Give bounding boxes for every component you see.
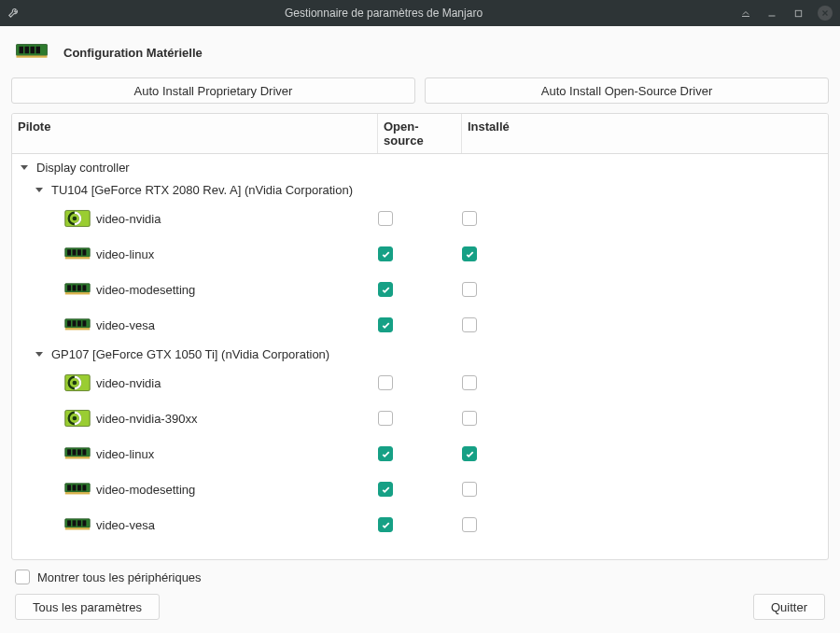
checkbox[interactable] bbox=[378, 375, 393, 390]
svg-rect-50 bbox=[82, 520, 86, 526]
tree-controller-row[interactable]: Display controller bbox=[12, 156, 828, 178]
table-header: Pilote Open-source Installé bbox=[12, 114, 828, 154]
column-header-installed[interactable]: Installé bbox=[462, 114, 828, 153]
all-settings-label: Tous les paramètres bbox=[33, 600, 142, 614]
svg-rect-23 bbox=[67, 320, 71, 326]
checkbox[interactable] bbox=[462, 411, 477, 426]
svg-rect-3 bbox=[25, 47, 30, 54]
checkbox[interactable] bbox=[378, 317, 393, 332]
tree-device-row[interactable]: GP107 [GeForce GTX 1050 Ti] (nVidia Corp… bbox=[12, 343, 828, 365]
svg-rect-43 bbox=[77, 485, 81, 490]
svg-rect-44 bbox=[82, 485, 86, 490]
window-minimize-icon[interactable] bbox=[765, 7, 778, 20]
window-title: Gestionnaire de paramètres de Manjaro bbox=[28, 7, 739, 20]
show-all-devices-label: Montrer tous les périphériques bbox=[37, 570, 202, 584]
install-open-source-button[interactable]: Auto Install Open-Source Driver bbox=[425, 77, 829, 104]
svg-rect-19 bbox=[77, 285, 81, 290]
checkbox[interactable] bbox=[378, 411, 393, 426]
install-open-source-label: Auto Install Open-Source Driver bbox=[541, 84, 713, 98]
pci-card-icon bbox=[64, 279, 91, 300]
table-body: Display controller TU104 [GeForce RTX 20… bbox=[12, 154, 828, 559]
svg-rect-20 bbox=[82, 285, 86, 290]
svg-rect-25 bbox=[77, 320, 81, 326]
svg-rect-15 bbox=[65, 257, 90, 259]
driver-name: video-nvidia bbox=[96, 376, 161, 390]
tree-driver-row[interactable]: video-linux bbox=[12, 436, 828, 471]
checkbox[interactable] bbox=[462, 246, 477, 261]
checkbox[interactable] bbox=[378, 482, 393, 497]
driver-name: video-vesa bbox=[96, 318, 155, 332]
nvidia-icon bbox=[64, 408, 91, 429]
svg-rect-27 bbox=[65, 328, 90, 330]
tree-driver-row[interactable]: video-nvidia bbox=[12, 201, 828, 236]
page-header: Configuration Matérielle bbox=[11, 35, 829, 77]
chevron-down-icon[interactable] bbox=[18, 161, 31, 174]
show-all-devices-checkbox[interactable] bbox=[15, 570, 30, 584]
checkbox[interactable] bbox=[378, 517, 393, 532]
svg-rect-12 bbox=[73, 249, 77, 255]
window-close-icon[interactable] bbox=[818, 6, 833, 21]
tree-driver-row[interactable]: video-vesa bbox=[12, 307, 828, 343]
tree-driver-row[interactable]: video-nvidia bbox=[12, 365, 828, 401]
svg-rect-21 bbox=[65, 292, 90, 294]
controller-label: Display controller bbox=[36, 161, 130, 175]
chevron-down-icon[interactable] bbox=[33, 347, 46, 360]
driver-name: video-linux bbox=[96, 447, 154, 461]
driver-name: video-vesa bbox=[96, 518, 155, 532]
tree-driver-row[interactable]: video-linux bbox=[12, 236, 828, 272]
svg-rect-51 bbox=[65, 528, 90, 529]
wrench-icon bbox=[7, 6, 21, 21]
svg-rect-49 bbox=[77, 520, 81, 526]
svg-rect-48 bbox=[73, 520, 77, 526]
svg-point-33 bbox=[73, 416, 77, 421]
window-up-icon[interactable] bbox=[739, 7, 752, 20]
driver-table: Pilote Open-source Installé Display cont… bbox=[11, 113, 829, 560]
checkbox[interactable] bbox=[378, 282, 393, 297]
tree-driver-row[interactable]: video-modesetting bbox=[12, 272, 828, 307]
svg-rect-11 bbox=[67, 249, 71, 255]
svg-point-30 bbox=[73, 381, 77, 386]
column-header-open-source[interactable]: Open-source bbox=[378, 114, 462, 153]
svg-rect-5 bbox=[36, 47, 41, 54]
checkbox[interactable] bbox=[462, 446, 477, 461]
tree-device-row[interactable]: TU104 [GeForce RTX 2080 Rev. A] (nVidia … bbox=[12, 178, 828, 201]
tree-driver-row[interactable]: video-modesetting bbox=[12, 471, 828, 507]
tree-driver-row[interactable]: video-vesa bbox=[12, 507, 828, 542]
pci-card-icon bbox=[64, 443, 91, 464]
window-controls bbox=[739, 6, 833, 21]
checkbox[interactable] bbox=[462, 282, 477, 297]
driver-name: video-modesetting bbox=[96, 283, 195, 297]
hardware-card-icon bbox=[15, 39, 49, 66]
driver-name: video-nvidia bbox=[96, 212, 161, 226]
window-maximize-icon[interactable] bbox=[791, 7, 805, 20]
checkbox[interactable] bbox=[462, 517, 477, 532]
driver-name: video-modesetting bbox=[96, 483, 195, 497]
svg-rect-2 bbox=[20, 47, 24, 54]
install-proprietary-button[interactable]: Auto Install Proprietary Driver bbox=[11, 77, 415, 104]
svg-rect-0 bbox=[795, 10, 801, 16]
checkbox[interactable] bbox=[462, 482, 477, 497]
svg-rect-18 bbox=[73, 285, 77, 290]
checkbox[interactable] bbox=[462, 211, 477, 226]
checkbox[interactable] bbox=[462, 317, 477, 332]
pci-card-icon bbox=[64, 244, 91, 264]
tree-driver-row[interactable]: video-nvidia-390xx bbox=[12, 401, 828, 436]
svg-rect-38 bbox=[82, 449, 86, 455]
svg-rect-37 bbox=[77, 449, 81, 455]
svg-rect-47 bbox=[67, 520, 71, 526]
checkbox[interactable] bbox=[462, 375, 477, 390]
chevron-down-icon[interactable] bbox=[33, 183, 46, 196]
checkbox[interactable] bbox=[378, 211, 393, 226]
column-header-driver[interactable]: Pilote bbox=[12, 114, 378, 153]
all-settings-button[interactable]: Tous les paramètres bbox=[15, 594, 160, 620]
pci-card-icon bbox=[64, 479, 91, 499]
checkbox[interactable] bbox=[378, 246, 393, 261]
driver-name: video-nvidia-390xx bbox=[96, 412, 197, 426]
install-proprietary-label: Auto Install Proprietary Driver bbox=[134, 84, 293, 98]
svg-rect-26 bbox=[82, 320, 86, 326]
pci-card-icon bbox=[64, 514, 91, 535]
checkbox[interactable] bbox=[378, 446, 393, 461]
window-titlebar: Gestionnaire de paramètres de Manjaro bbox=[0, 0, 840, 26]
svg-rect-17 bbox=[67, 285, 71, 290]
quit-button[interactable]: Quitter bbox=[753, 594, 825, 620]
